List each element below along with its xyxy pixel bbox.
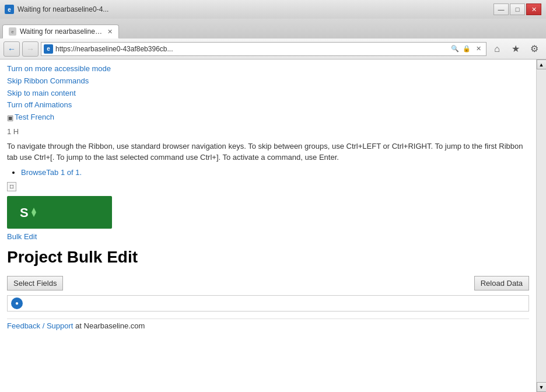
turn-off-animations-link[interactable]: Turn off Animations <box>7 99 529 111</box>
feedback-link[interactable]: Feedback / Support <box>7 321 73 330</box>
data-row-icon: ● <box>11 298 23 309</box>
minimize-button[interactable]: — <box>494 4 509 15</box>
svg-text:S: S <box>20 205 29 220</box>
tab-label: Waiting for nearbaseline0-4... <box>20 27 104 36</box>
data-row: ● <box>7 295 529 312</box>
sp-logo-icon: S <box>16 202 37 223</box>
home-button[interactable]: ⌂ <box>489 41 505 57</box>
heading-marker: 1 H <box>7 127 529 136</box>
favorites-button[interactable]: ★ <box>508 41 524 57</box>
collapse-section: □ <box>7 181 529 191</box>
forward-button[interactable]: → <box>22 41 38 57</box>
sharepoint-logo: S <box>7 196 112 229</box>
skip-links: Turn on more accessible mode Skip Ribbon… <box>7 63 529 124</box>
ribbon-list: BrowseTab 1 of 1. <box>21 168 529 177</box>
toolbar-row: Select Fields Reload Data <box>7 276 529 290</box>
test-french-link[interactable]: Test French <box>15 111 54 124</box>
turn-on-accessible-link[interactable]: Turn on more accessible mode <box>7 63 529 75</box>
url-text: https://nearbaseline0-43af8eb396cb... <box>55 45 447 53</box>
address-bar: ← → e https://nearbaseline0-43af8eb396cb… <box>0 38 546 60</box>
scroll-track-vertical[interactable] <box>537 69 547 382</box>
url-icons: 🔍 🔒 ✕ <box>450 44 484 54</box>
tab-bar: e Waiting for nearbaseline0-4... ✕ <box>0 19 546 38</box>
toolbar-icons: ⌂ ★ ⚙ <box>489 41 542 57</box>
close-url-icon[interactable]: ✕ <box>473 44 484 54</box>
vertical-scrollbar: ▲ ▼ <box>536 60 546 392</box>
bulk-edit-link[interactable]: Bulk Edit <box>7 232 529 241</box>
main-layout: Turn on more accessible mode Skip Ribbon… <box>0 60 546 392</box>
feedback-row: Feedback / Support at Nearbaseline.com <box>7 318 529 330</box>
content-area: Turn on more accessible mode Skip Ribbon… <box>0 60 536 392</box>
close-button[interactable]: ✕ <box>526 4 541 15</box>
feedback-at-text: at Nearbaseline.com <box>73 321 145 330</box>
test-french-icon: ▣ <box>7 114 13 122</box>
skip-ribbon-link[interactable]: Skip Ribbon Commands <box>7 75 529 88</box>
url-box: e https://nearbaseline0-43af8eb396cb... … <box>41 42 487 56</box>
page-title: Project Bulk Edit <box>7 248 529 267</box>
tab-close-icon[interactable]: ✕ <box>107 28 113 36</box>
window-controls: — □ ✕ <box>494 4 541 15</box>
tab-favicon: e <box>9 27 16 36</box>
back-button[interactable]: ← <box>4 41 20 57</box>
url-favicon: e <box>44 44 53 54</box>
scroll-up-button[interactable]: ▲ <box>537 60 547 69</box>
title-bar: e Waiting for nearbaseline0-4... — □ ✕ <box>0 0 546 19</box>
browser-favicon: e <box>5 5 14 14</box>
scroll-down-button[interactable]: ▼ <box>537 382 547 392</box>
settings-button[interactable]: ⚙ <box>526 41 542 57</box>
lock-icon: 🔒 <box>461 44 472 54</box>
select-fields-button[interactable]: Select Fields <box>7 276 63 290</box>
search-icon[interactable]: 🔍 <box>450 44 460 54</box>
window-title: Waiting for nearbaseline0-4... <box>18 5 108 13</box>
maximize-button[interactable]: □ <box>510 4 525 15</box>
ribbon-nav-text: To navigate through the Ribbon, use stan… <box>7 141 529 163</box>
browse-tab-link[interactable]: BrowseTab 1 of 1. <box>21 168 82 177</box>
skip-main-content-link[interactable]: Skip to main content <box>7 88 529 100</box>
active-tab[interactable]: e Waiting for nearbaseline0-4... ✕ <box>2 24 119 38</box>
collapse-icon[interactable]: □ <box>7 182 16 191</box>
reload-data-button[interactable]: Reload Data <box>474 276 529 290</box>
